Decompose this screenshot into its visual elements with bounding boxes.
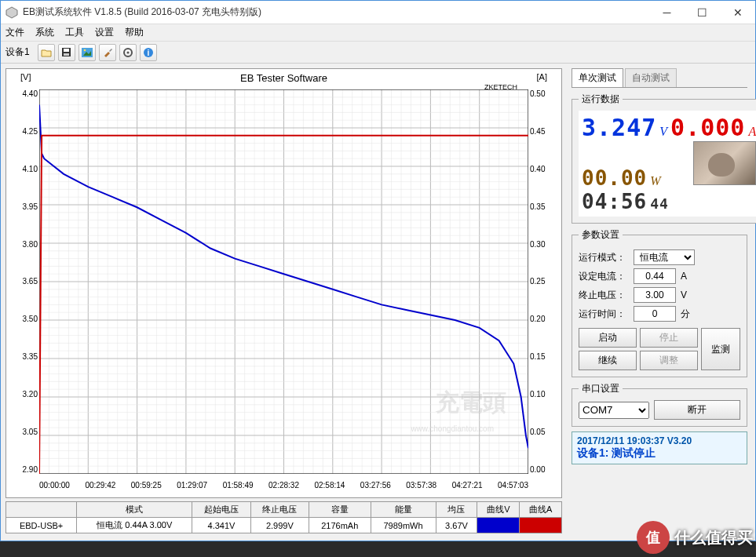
chart-box: EB Tester Software [V] [A] ZKETECH 充電頭 w… [5,68,562,498]
power-value: 00.00 [582,166,647,190]
params-group: 参数设置 运行模式： 恒电流 设定电流： A 终止电压： V 运行时间： [572,228,747,377]
maximize-button[interactable]: ☐ [685,1,720,24]
setcurrent-input[interactable] [634,268,676,284]
runtime-label: 运行时间： [579,308,629,321]
setcurrent-label: 设定电流： [579,270,629,283]
y-left-ticks: 4.404.254.103.953.803.653.503.353.203.05… [14,89,38,474]
adjust-button[interactable]: 调整 [640,351,698,370]
tools-icon[interactable] [99,44,116,61]
time-sec: 44 [650,195,669,212]
cell-mode: 恒电流 0.44A 3.00V [77,518,192,533]
continue-button[interactable]: 继续 [579,351,637,370]
window-title: EB测试系统软件 V1.8.5 (Build 2016-03-07 充电头特别版… [23,5,649,19]
menu-tools[interactable]: 工具 [65,26,84,39]
table-row: EBD-USB+ 恒电流 0.44A 3.00V 4.341V 2.999V 2… [6,518,562,533]
cell-energy: 7989mWh [371,518,436,533]
table-header-row: 模式起始电压终止电压容量能量均压曲线V曲线A [6,502,562,518]
status-version: V3.20 [667,435,692,446]
close-button[interactable]: ✕ [720,1,755,24]
menu-system[interactable]: 系统 [35,26,54,39]
cell-vstart: 4.341V [192,518,250,533]
app-window: EB测试系统软件 V1.8.5 (Build 2016-03-07 充电头特别版… [0,0,756,541]
minimize-button[interactable]: ─ [649,1,685,24]
tab-auto[interactable]: 自动测试 [625,68,677,87]
status-timestamp: 2017/12/11 19:03:37 [577,435,664,446]
chart-area: EB Tester Software [V] [A] ZKETECH 充電頭 w… [1,64,567,541]
svg-text:i: i [147,49,149,57]
vstop-unit: V [681,289,687,300]
svg-rect-2 [64,49,69,52]
tab-single[interactable]: 单次测试 [572,68,623,87]
left-axis-unit: [V] [20,72,31,82]
y-right-ticks: 0.500.450.400.350.300.250.200.150.100.05… [530,89,553,474]
svg-point-6 [83,49,86,51]
save-icon[interactable] [58,44,75,61]
mode-label: 运行模式： [579,251,629,264]
toolbar: 设备1 i [1,42,755,64]
right-axis-unit: [A] [537,72,547,82]
app-icon [5,6,18,19]
titlebar: EB测试系统软件 V1.8.5 (Build 2016-03-07 充电头特别版… [1,1,755,24]
cell-vavg: 3.67V [436,518,477,533]
power-unit: W [650,174,660,188]
menu-file[interactable]: 文件 [5,26,24,39]
corner-badge: 值 什么值得买 [637,521,753,554]
data-table: 模式起始电压终止电压容量能量均压曲线V曲线A EBD-USB+ 恒电流 0.44… [5,501,562,541]
current-unit: A [748,125,756,139]
open-icon[interactable] [38,44,55,61]
run-data-group: 运行数据 3.247 V 0.000 A 00.00 W [572,93,756,224]
time-value: 04:56 [582,190,647,213]
thumbnail-image [693,141,756,185]
plot-svg [39,89,528,474]
status-box: 2017/12/11 19:03:37 V3.20 设备1: 测试停止 [572,431,747,464]
badge-icon: 值 [637,521,670,554]
menu-help[interactable]: 帮助 [125,26,144,39]
help-icon[interactable]: i [140,44,157,61]
params-legend: 参数设置 [579,228,623,242]
runtime-unit: 分 [681,308,690,321]
serial-group: 串口设置 COM7 断开 [572,382,747,427]
monitor-button[interactable]: 监测 [701,328,740,370]
cell-curve-v [477,518,520,533]
cell-cap: 2176mAh [309,518,371,533]
serial-legend: 串口设置 [579,382,623,395]
side-panel: 单次测试 自动测试 运行数据 3.247 V 0.000 A 00.0 [567,64,755,541]
menubar: 文件 系统 工具 设置 帮助 [1,24,755,42]
chart-title: EB Tester Software [6,72,561,84]
cell-vend: 2.999V [250,518,309,533]
voltage-unit: V [659,125,667,139]
device-label: 设备1 [5,46,30,59]
runtime-input[interactable] [634,306,676,322]
x-ticks: 00:00:0000:29:4200:59:2501:29:0701:58:49… [39,481,528,490]
vstop-label: 终止电压： [579,289,629,302]
settings-gear-icon[interactable] [119,44,137,61]
mode-select[interactable]: 恒电流 [634,249,695,265]
run-legend: 运行数据 [579,93,623,106]
test-tabs: 单次测试 自动测试 [572,68,747,88]
cell-name: EBD-USB+ [6,518,77,533]
menu-settings[interactable]: 设置 [95,26,114,39]
vstop-input[interactable] [634,287,676,303]
image-icon[interactable] [79,44,96,61]
setcurrent-unit: A [681,271,687,282]
start-button[interactable]: 启动 [579,328,637,348]
voltage-value: 3.247 [582,114,656,141]
current-value: 0.000 [670,114,745,141]
com-select[interactable]: COM7 [579,402,649,419]
stop-button[interactable]: 停止 [640,328,698,348]
svg-marker-0 [6,7,17,18]
status-device: 设备1: 测试停止 [577,446,742,461]
svg-point-8 [126,51,129,53]
svg-rect-3 [64,53,69,56]
badge-text: 什么值得买 [674,527,753,548]
cell-curve-a [520,518,562,533]
disconnect-button[interactable]: 断开 [654,400,740,420]
